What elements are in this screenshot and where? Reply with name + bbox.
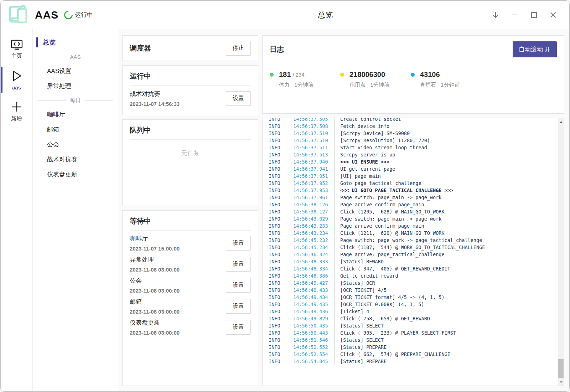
log-row: INFO 14:56:37.510 [Scrcpy Device] SM-S90… — [263, 130, 564, 137]
log-message: Click ( 347, 405) @ GET_REWARD_CREDIT — [335, 265, 564, 272]
log-timestamp: 14:56:37.511 — [293, 144, 330, 151]
log-level: INFO — [263, 144, 293, 151]
play-icon — [11, 69, 23, 82]
log-timestamp: 14:56:37.952 — [293, 180, 330, 187]
stat-total: / 234 — [292, 72, 304, 78]
settings-button[interactable]: 设置 — [226, 236, 251, 251]
close-button[interactable] — [544, 5, 563, 25]
waiting-task-name: 邮箱 — [130, 298, 180, 306]
titlebar: AAS 运行中 总览 — [1, 1, 569, 29]
log-row: INFO 14:56:49.434 [OCR_TICKET format] 4/… — [263, 294, 564, 301]
log-level: INFO — [263, 322, 293, 329]
stats-row: 181 / 234 体力 - 1分钟前 218006300 — [270, 71, 557, 88]
log-scrollbar[interactable] — [558, 118, 564, 386]
settings-button[interactable]: 设置 — [226, 278, 251, 293]
log-level: INFO — [263, 172, 293, 180]
sidebar-item[interactable]: 异常处理 — [33, 78, 118, 93]
log-row: INFO 14:56:46.324 Page arrive: page_tact… — [263, 251, 564, 258]
log-message: Fetch device info — [335, 123, 564, 130]
maximize-button[interactable] — [524, 5, 544, 25]
waiting-task-row: 异常处理 2023-11-08 03:00:00 设置 — [130, 256, 251, 273]
stop-button[interactable]: 停止 — [226, 41, 251, 56]
settings-button[interactable]: 设置 — [226, 257, 251, 272]
log-level: INFO — [263, 265, 293, 272]
log-row: INFO 14:56:49.433 [OCR_TICKET] 4/5 — [263, 287, 564, 294]
log-message: Get tc credit reward — [335, 272, 564, 279]
log-row: INFO 14:56:37.952 Goto page_tactical_cha… — [263, 180, 564, 187]
main-content: 调度器 停止 运行中 战术对抗赛 2023-11-07 14:56:33 设置 — [118, 29, 569, 391]
sidebar-item-overview[interactable]: 总览 — [33, 35, 118, 50]
log-row: INFO 14:56:52.554 Click ( 662, 574) @ PR… — [263, 351, 564, 358]
log-row: INFO 14:56:37.951 [UI] page_main — [263, 172, 564, 180]
sidebar-item-label: 公会 — [47, 140, 59, 149]
log-timestamp: 14:56:54.045 — [293, 358, 330, 365]
autoscroll-toggle-button[interactable]: 自动滚动 开 — [513, 41, 557, 57]
sidebar-item-label: AAS设置 — [47, 67, 71, 75]
log-level: INFO — [263, 336, 293, 344]
log-level: INFO — [263, 279, 293, 287]
log-row: INFO 14:56:37.508 Fetch device info — [263, 123, 564, 130]
log-timestamp: 14:56:52.552 — [293, 344, 330, 351]
stat-item: 218006300 信用点 - 1分钟前 — [340, 71, 411, 88]
log-timestamp: 14:56:49.829 — [293, 315, 330, 322]
log-message: [OCR_TICKET format] 4/5 -> (4, 1, 5) — [335, 294, 564, 301]
app-window: AAS 运行中 总览 — [0, 0, 570, 392]
maximize-icon — [530, 11, 538, 19]
log-timestamp: 14:56:50.443 — [293, 329, 330, 336]
log-row: INFO 14:56:52.552 [Status] PREPARE — [263, 344, 564, 351]
sidebar-item[interactable]: 仪表盘更新 — [33, 167, 118, 182]
log-message: Page switch: page_main -> page_work — [335, 194, 564, 201]
sidebar-item[interactable]: 咖啡厅 — [33, 107, 118, 122]
log-message: [Ticket] 4 — [335, 308, 564, 315]
log-timestamp: 14:56:52.554 — [293, 351, 330, 358]
stat-value: 218006300 — [349, 71, 385, 79]
log-row: INFO 14:56:37.941 UI get current page — [263, 165, 564, 172]
log-timestamp: 14:56:45.232 — [293, 237, 330, 244]
log-level: INFO — [263, 258, 293, 265]
stat-item: 181 / 234 体力 - 1分钟前 — [270, 71, 340, 88]
log-row: INFO 14:56:38.126 Page arrive confirm pa… — [263, 201, 564, 208]
running-panel: 运行中 战术对抗赛 2023-11-07 14:56:33 设置 — [122, 65, 258, 115]
log-row: INFO 14:56:37.513 Scrcpy server is up — [263, 151, 564, 158]
sidebar-section-divider: 每日 — [33, 93, 118, 107]
sidebar-item[interactable]: 邮箱 — [33, 122, 118, 137]
rail-item-aas[interactable]: aas — [1, 66, 32, 93]
settings-button[interactable]: 设置 — [226, 299, 251, 314]
log-console[interactable]: INFO 14:56:37.505 Create control socket … — [262, 118, 564, 386]
log-row: INFO 14:56:49.829 Click ( 758, 659) @ GE… — [263, 315, 564, 322]
log-message: [Status] PREPARE — [335, 344, 564, 351]
settings-button[interactable]: 设置 — [226, 91, 251, 106]
minimize-button[interactable] — [505, 5, 524, 25]
waiting-task-name: 仪表盘更新 — [130, 319, 180, 327]
stat-item: 43106 青辉石 - 1分钟前 — [411, 71, 481, 88]
log-timestamp: 14:56:37.508 — [293, 123, 330, 130]
log-timestamp: 14:56:43.234 — [293, 229, 330, 237]
rail-item-add[interactable]: 新增 — [1, 97, 32, 125]
log-level: INFO — [263, 180, 293, 187]
log-timestamp: 14:56:48.386 — [293, 272, 330, 279]
sidebar-item[interactable]: AAS设置 — [33, 63, 118, 78]
log-message: Scrcpy server is up — [335, 151, 564, 158]
sidebar-item[interactable]: 公会 — [33, 137, 118, 152]
queue-panel: 队列中 无任务 — [122, 119, 258, 206]
log-message: Page switch: page_work -> page_tactical_… — [335, 237, 564, 244]
scroll-down-button[interactable] — [558, 379, 564, 385]
sidebar-item[interactable]: 战术对抗赛 — [33, 152, 118, 167]
download-button[interactable] — [486, 5, 505, 25]
log-timestamp: 14:56:43.029 — [293, 215, 330, 222]
scroll-up-button[interactable] — [558, 119, 564, 125]
plus-icon — [10, 100, 23, 113]
log-row: INFO 14:56:48.334 Click ( 347, 405) @ GE… — [263, 265, 564, 272]
rail-item-home[interactable]: 主页 — [1, 36, 32, 62]
waiting-task-row: 咖啡厅 2023-11-07 15:00:00 设置 — [130, 234, 251, 252]
log-message: [Status] PREPARE — [335, 358, 564, 365]
stat-dot-icon — [411, 73, 415, 77]
log-row: INFO 14:56:37.510 [Scrcpy Resolution] (1… — [263, 137, 564, 144]
settings-button[interactable]: 设置 — [226, 320, 251, 335]
sidebar-section-aas: AAS设置异常处理 — [33, 63, 118, 93]
log-row: INFO 14:56:45.234 Click (1107, 544) @ WO… — [263, 244, 564, 251]
log-timestamp: 14:56:49.434 — [293, 294, 330, 301]
log-message: Click ( 905, 233) @ PLAYER_SELECT_FIRST — [335, 329, 564, 336]
log-level: INFO — [263, 308, 293, 315]
scroll-thumb[interactable] — [558, 359, 564, 378]
